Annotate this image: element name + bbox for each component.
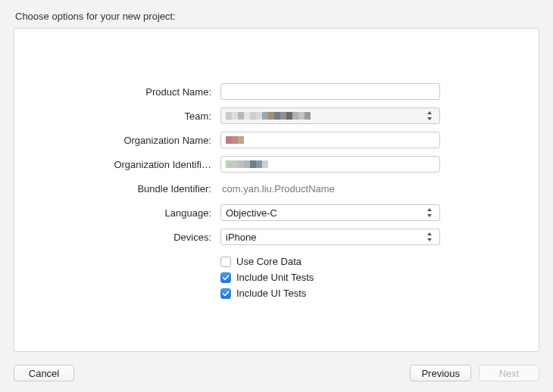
page-title: Choose options for your new project: <box>15 11 539 22</box>
new-project-options-sheet: Choose options for your new project: Pro… <box>0 0 553 392</box>
checkbox-label: Include Unit Tests <box>236 272 314 283</box>
checkbox-label: Use Core Data <box>236 256 301 267</box>
organization-name-input[interactable] <box>220 132 440 148</box>
include-unit-tests-checkbox[interactable]: Include Unit Tests <box>220 272 440 283</box>
updown-icon <box>424 110 435 122</box>
team-popup[interactable] <box>220 107 440 124</box>
team-label: Team: <box>14 110 211 122</box>
product-name-label: Product Name: <box>14 86 211 98</box>
checkbox-icon <box>220 272 231 283</box>
organization-name-label: Organization Name: <box>14 135 211 146</box>
footer-buttons: Cancel Previous Next <box>14 365 539 381</box>
use-core-data-checkbox[interactable]: Use Core Data <box>220 256 440 267</box>
options-panel: Product Name: Team: Organization Name: <box>14 28 539 352</box>
next-button[interactable]: Next <box>479 365 539 381</box>
bundle-identifier-label: Bundle Identifier: <box>14 183 211 194</box>
include-ui-tests-checkbox[interactable]: Include UI Tests <box>220 288 440 299</box>
checkbox-icon <box>220 257 231 267</box>
language-popup[interactable]: Objective-C <box>220 204 440 221</box>
organization-identifier-label: Organization Identifi… <box>14 159 211 170</box>
updown-icon <box>424 231 435 243</box>
cancel-button[interactable]: Cancel <box>14 365 74 381</box>
team-selected-value <box>226 110 424 122</box>
language-selected-value: Objective-C <box>226 207 424 219</box>
organization-identifier-input[interactable] <box>220 156 440 173</box>
checkbox-icon <box>220 288 231 299</box>
options-form: Product Name: Team: Organization Name: <box>14 83 539 299</box>
redacted-team <box>226 112 311 120</box>
redacted-org-id <box>226 160 268 168</box>
product-name-input[interactable] <box>220 83 440 100</box>
checkbox-label: Include UI Tests <box>236 288 306 299</box>
updown-icon <box>424 207 435 219</box>
devices-selected-value: iPhone <box>226 232 424 243</box>
language-label: Language: <box>14 207 211 219</box>
previous-button[interactable]: Previous <box>410 365 471 381</box>
devices-label: Devices: <box>14 232 211 243</box>
devices-popup[interactable]: iPhone <box>220 229 440 245</box>
bundle-identifier-value: com.yan.liu.ProductName <box>220 180 440 197</box>
redacted-org-name <box>226 136 244 144</box>
